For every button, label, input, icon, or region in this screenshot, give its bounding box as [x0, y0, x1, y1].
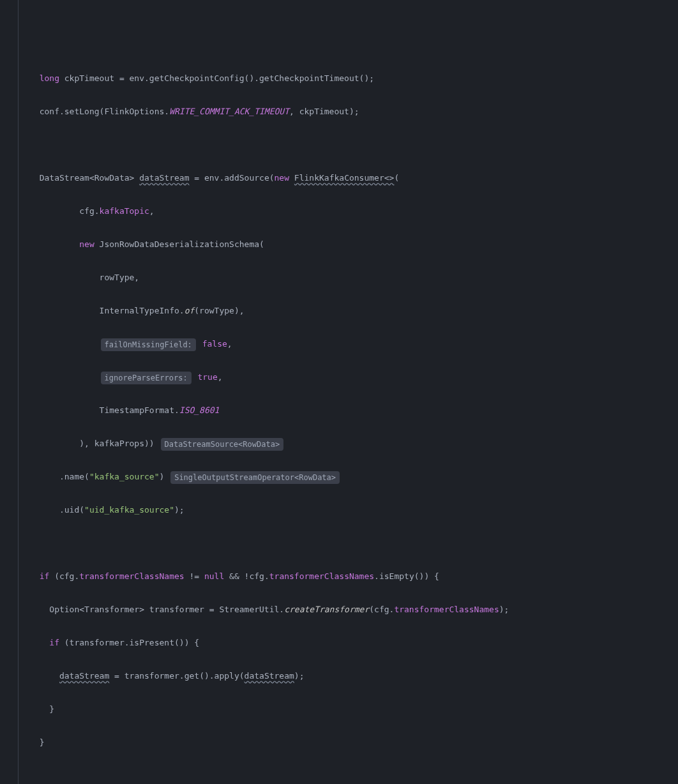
- code-line[interactable]: failOnMissingField: false,: [18, 336, 675, 352]
- editor-gutter: [0, 0, 19, 784]
- code-line[interactable]: .name("kafka_source") SingleOutputStream…: [18, 469, 675, 485]
- tok-var: dataStream: [139, 173, 189, 183]
- tok: !=: [185, 571, 204, 581]
- code-line[interactable]: DataStream<RowData> dataStream = env.add…: [18, 170, 675, 186]
- tok: (cfg.: [369, 605, 394, 614]
- tok: ): [160, 472, 170, 481]
- code-line[interactable]: Option<Transformer> transformer = Stream…: [18, 601, 675, 618]
- tok: .name(: [40, 472, 89, 481]
- tok: [40, 339, 100, 349]
- tok: && !cfg.: [224, 571, 269, 581]
- tok-var: dataStream: [245, 671, 294, 681]
- code-line[interactable]: if (transformer.isPresent()) {: [18, 635, 675, 651]
- code-editor[interactable]: long ckpTimeout = env.getCheckpointConfi…: [0, 0, 678, 784]
- code-line[interactable]: conf.setLong(FlinkOptions.WRITE_COMMIT_A…: [18, 103, 675, 120]
- tok: conf.setLong(FlinkOptions.: [40, 107, 170, 116]
- tok: [40, 372, 100, 382]
- tok: InternalTypeInfo.: [40, 306, 185, 315]
- tok: DataStream<RowData>: [40, 173, 140, 183]
- code-line[interactable]: [18, 137, 675, 153]
- code-line[interactable]: .uid("uid_kafka_source");: [18, 502, 675, 518]
- tok: rowType,: [40, 273, 140, 282]
- tok-kw: new: [275, 173, 289, 183]
- tok: TimestampFormat.: [40, 405, 179, 415]
- tok-field: kafkaTopic: [100, 206, 149, 216]
- code-line[interactable]: InternalTypeInfo.of(rowType),: [18, 303, 675, 319]
- tok: (transformer.isPresent()) {: [59, 638, 199, 647]
- code-line[interactable]: ignoreParseErrors: true,: [18, 369, 675, 386]
- code-block[interactable]: long ckpTimeout = env.getCheckpointConfi…: [18, 54, 675, 784]
- tok: (rowType),: [194, 306, 244, 315]
- code-line[interactable]: long ckpTimeout = env.getCheckpointConfi…: [18, 70, 675, 87]
- tok-kw: null: [204, 571, 224, 581]
- tok-const: ISO_8601: [179, 405, 220, 415]
- tok-static: createTransformer: [284, 605, 369, 614]
- tok: .isEmpty()) {: [374, 571, 439, 581]
- tok: [40, 671, 59, 681]
- tok: }: [40, 704, 54, 714]
- tok: ckpTimeout = env.getCheckpointConfig().g…: [59, 73, 374, 83]
- tok-static: of: [185, 306, 195, 315]
- tok: Option<Transformer> transformer = Stream…: [40, 605, 285, 614]
- code-line[interactable]: ), kafkaProps)) DataStreamSource<RowData…: [18, 435, 675, 452]
- tok-field: transformerClassNames: [269, 571, 374, 581]
- tok-str: "kafka_source": [89, 472, 160, 481]
- tok: , ckpTimeout);: [289, 107, 359, 116]
- code-line[interactable]: rowType,: [18, 269, 675, 286]
- tok: }: [40, 737, 45, 747]
- tok: ), kafkaProps)): [40, 439, 160, 448]
- tok-bool: true: [193, 372, 218, 382]
- tok-kw: new: [79, 239, 94, 249]
- tok: ,: [218, 372, 223, 382]
- code-line[interactable]: new JsonRowDataDeserializationSchema(: [18, 236, 675, 253]
- tok: [40, 239, 80, 249]
- tok-str: "uid_kafka_source": [84, 505, 174, 515]
- code-line[interactable]: }: [18, 734, 675, 751]
- tok: = env.addSource(: [189, 173, 274, 183]
- tok-var: dataStream: [59, 671, 109, 681]
- inlay-hint[interactable]: SingleOutputStreamOperator<RowData>: [170, 471, 340, 484]
- tok-kw: if: [49, 638, 59, 647]
- inlay-hint[interactable]: ignoreParseErrors:: [101, 372, 192, 384]
- tok-const: WRITE_COMMIT_ACK_TIMEOUT: [169, 107, 289, 116]
- tok-field: transformerClassNames: [79, 571, 184, 581]
- code-line[interactable]: cfg.kafkaTopic,: [18, 203, 675, 220]
- tok: cfg.: [40, 206, 100, 216]
- tok-field: transformerClassNames: [394, 605, 499, 614]
- tok: );: [499, 605, 509, 614]
- code-line[interactable]: if (cfg.transformerClassNames != null &&…: [18, 568, 675, 585]
- code-line[interactable]: }: [18, 701, 675, 718]
- tok-type: FlinkKafkaConsumer<>: [294, 173, 395, 183]
- code-line[interactable]: [18, 535, 675, 552]
- tok: (cfg.: [49, 571, 79, 581]
- tok: ,: [227, 339, 232, 349]
- code-line[interactable]: [18, 767, 675, 784]
- tok: [289, 173, 294, 183]
- inlay-hint[interactable]: failOnMissingField:: [101, 338, 196, 351]
- tok: );: [294, 671, 305, 681]
- tok-kw: long: [40, 73, 59, 83]
- tok: .uid(: [40, 505, 84, 515]
- inlay-hint[interactable]: DataStreamSource<RowData>: [161, 438, 284, 451]
- tok: JsonRowDataDeserializationSchema(: [94, 239, 264, 249]
- code-line[interactable]: dataStream = transformer.get().apply(dat…: [18, 668, 675, 684]
- tok-bool: false: [197, 339, 227, 349]
- tok: = transformer.get().apply(: [109, 671, 244, 681]
- tok: (: [394, 173, 399, 183]
- tok: );: [174, 505, 185, 515]
- tok-kw: if: [40, 571, 50, 581]
- code-line[interactable]: TimestampFormat.ISO_8601: [18, 402, 675, 419]
- tok: ,: [149, 206, 154, 216]
